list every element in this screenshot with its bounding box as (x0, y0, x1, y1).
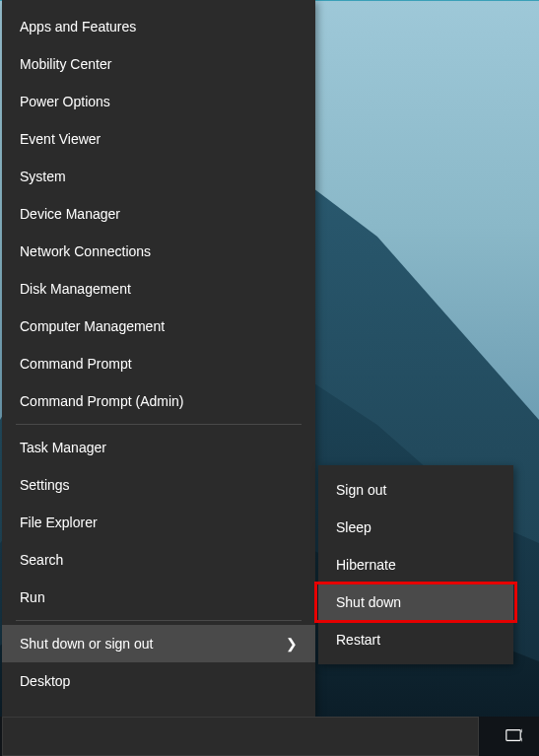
submenu-item-sleep[interactable]: Sleep (318, 509, 513, 546)
menu-item-file-explorer[interactable]: File Explorer (2, 504, 315, 541)
menu-item-label: Settings (20, 477, 70, 493)
menu-item-network-connections[interactable]: Network Connections (2, 233, 315, 270)
menu-item-shutdown-or-sign-out[interactable]: Shut down or sign out ❯ (2, 625, 315, 662)
menu-item-label: Command Prompt (Admin) (20, 393, 184, 409)
menu-item-label: Network Connections (20, 243, 151, 259)
chevron-right-icon: ❯ (286, 636, 298, 652)
submenu-item-label: Sleep (336, 519, 371, 535)
menu-item-label: Task Manager (20, 440, 106, 455)
svg-rect-0 (506, 729, 520, 740)
winx-menu: Apps and Features Mobility Center Power … (2, 0, 315, 717)
menu-item-label: Mobility Center (20, 56, 111, 72)
submenu-item-label: Restart (336, 632, 380, 648)
menu-item-computer-management[interactable]: Computer Management (2, 308, 315, 345)
menu-item-event-viewer[interactable]: Event Viewer (2, 120, 315, 158)
submenu-item-label: Sign out (336, 482, 386, 498)
menu-separator (16, 424, 302, 425)
menu-item-disk-management[interactable]: Disk Management (2, 270, 315, 308)
submenu-item-shut-down[interactable]: Shut down (318, 584, 513, 621)
menu-item-label: Computer Management (20, 318, 165, 334)
menu-item-mobility-center[interactable]: Mobility Center (2, 45, 315, 83)
menu-item-device-manager[interactable]: Device Manager (2, 195, 315, 233)
submenu-item-restart[interactable]: Restart (318, 621, 513, 658)
menu-item-system[interactable]: System (2, 158, 315, 195)
task-view-button[interactable] (488, 717, 539, 756)
menu-item-run[interactable]: Run (2, 579, 315, 616)
menu-item-label: Device Manager (20, 206, 120, 222)
menu-item-label: Command Prompt (20, 356, 132, 372)
submenu-item-sign-out[interactable]: Sign out (318, 471, 513, 509)
taskbar (0, 717, 539, 756)
menu-item-label: Disk Management (20, 281, 131, 297)
menu-item-command-prompt[interactable]: Command Prompt (2, 345, 315, 382)
menu-item-label: System (20, 169, 66, 184)
menu-item-label: Apps and Features (20, 19, 136, 34)
menu-item-apps-and-features[interactable]: Apps and Features (2, 8, 315, 45)
menu-item-task-manager[interactable]: Task Manager (2, 429, 315, 466)
shutdown-submenu: Sign out Sleep Hibernate Shut down Resta… (318, 465, 513, 664)
menu-separator (16, 620, 302, 621)
menu-item-label: File Explorer (20, 515, 98, 530)
task-view-icon (505, 726, 522, 747)
menu-item-settings[interactable]: Settings (2, 466, 315, 504)
menu-item-label: Desktop (20, 673, 70, 689)
taskbar-search-box[interactable] (2, 717, 479, 756)
menu-item-command-prompt-admin[interactable]: Command Prompt (Admin) (2, 382, 315, 420)
menu-item-label: Event Viewer (20, 131, 101, 147)
menu-item-label: Search (20, 552, 63, 568)
menu-item-search[interactable]: Search (2, 541, 315, 579)
menu-item-label: Run (20, 589, 45, 605)
menu-item-label: Shut down or sign out (20, 636, 153, 652)
menu-item-power-options[interactable]: Power Options (2, 83, 315, 120)
menu-item-label: Power Options (20, 94, 110, 109)
submenu-item-label: Hibernate (336, 557, 396, 573)
menu-item-desktop[interactable]: Desktop (2, 662, 315, 700)
submenu-item-hibernate[interactable]: Hibernate (318, 546, 513, 584)
submenu-item-label: Shut down (336, 594, 401, 610)
